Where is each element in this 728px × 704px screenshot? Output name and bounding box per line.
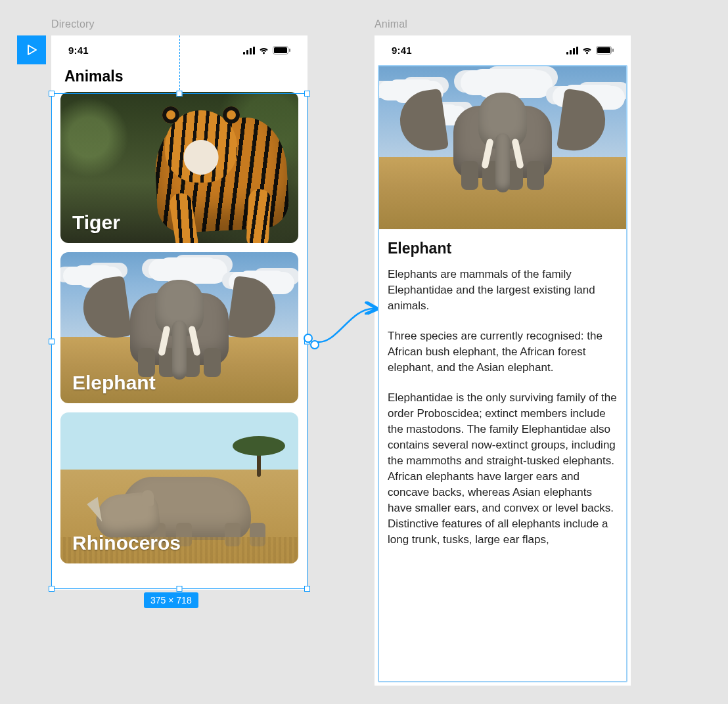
detail-paragraph: Elephants are mammals of the family Elep…	[388, 267, 618, 314]
svg-rect-7	[289, 49, 290, 52]
card-rhinoceros[interactable]: Rhinoceros	[60, 412, 298, 563]
svg-rect-11	[576, 47, 578, 55]
svg-rect-10	[573, 48, 575, 55]
play-prototype-button[interactable]	[17, 35, 46, 64]
svg-rect-2	[246, 50, 248, 55]
selection-size-badge: 375 × 718	[144, 592, 198, 608]
svg-rect-1	[243, 52, 245, 55]
detail-paragraph: Elephantidae is the only surviving famil…	[388, 390, 618, 548]
frame-label-directory[interactable]: Directory	[51, 18, 95, 30]
card-tiger[interactable]: Tiger	[60, 92, 298, 243]
svg-rect-13	[597, 47, 610, 53]
play-icon	[25, 43, 38, 56]
detail-content: Elephant Elephants are mammals of the fa…	[375, 229, 631, 628]
detail-title: Elephant	[388, 240, 618, 257]
frame-directory[interactable]: 9:41 Animals	[51, 35, 307, 590]
card-elephant[interactable]: Elephant	[60, 252, 298, 403]
svg-rect-9	[570, 50, 572, 55]
prototype-connection[interactable]	[304, 301, 384, 352]
status-time: 9:41	[68, 45, 89, 56]
status-time: 9:41	[392, 45, 412, 56]
cellular-icon	[566, 47, 578, 55]
svg-rect-3	[250, 48, 252, 55]
detail-paragraph: Three species are currently recognised: …	[388, 328, 618, 376]
svg-rect-6	[274, 47, 287, 53]
frame-animal[interactable]: 9:41	[375, 35, 631, 686]
wifi-icon	[581, 47, 593, 55]
connection-origin-handle[interactable]	[310, 340, 319, 349]
card-title: Elephant	[72, 372, 156, 394]
card-list: Tiger	[51, 92, 307, 563]
svg-marker-0	[28, 45, 36, 55]
card-title: Tiger	[72, 211, 120, 234]
svg-rect-14	[612, 49, 614, 52]
status-icons	[566, 46, 614, 55]
wifi-icon	[258, 47, 269, 55]
battery-icon	[596, 46, 614, 55]
card-title: Rhinoceros	[72, 532, 181, 554]
svg-rect-4	[253, 47, 255, 55]
cellular-icon	[243, 47, 255, 55]
frame-label-animal[interactable]: Animal	[375, 18, 407, 30]
status-bar: 9:41	[375, 35, 631, 65]
detail-hero-image	[379, 65, 626, 229]
battery-icon	[273, 46, 290, 55]
svg-rect-8	[566, 52, 568, 55]
alignment-guide	[179, 35, 180, 93]
status-icons	[243, 46, 290, 55]
